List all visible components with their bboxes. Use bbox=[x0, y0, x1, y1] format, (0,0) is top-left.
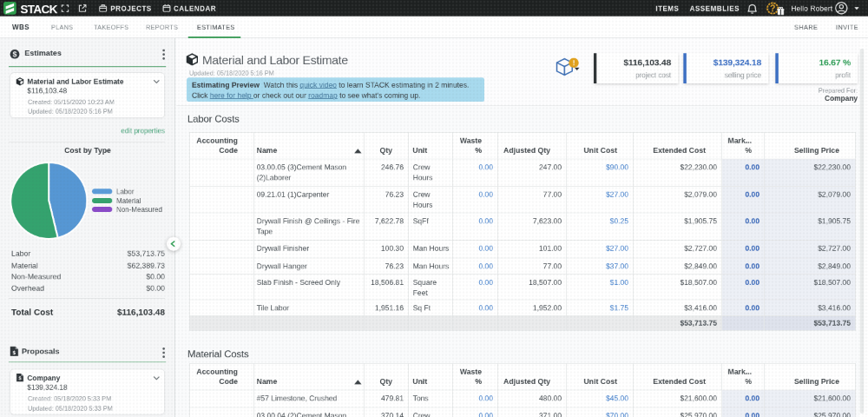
svg-text:$: $ bbox=[12, 349, 16, 356]
svg-text:$: $ bbox=[13, 50, 17, 58]
svg-text:?: ? bbox=[770, 3, 775, 13]
svg-text:$: $ bbox=[18, 376, 21, 381]
